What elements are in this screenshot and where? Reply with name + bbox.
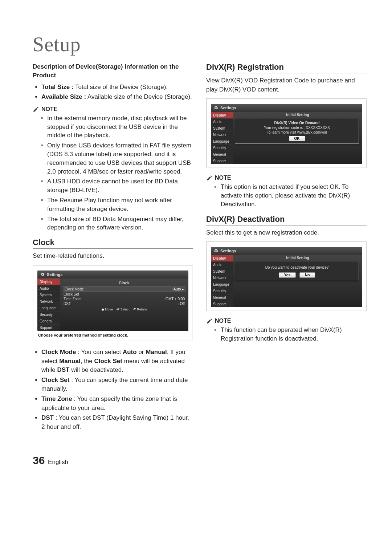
gear-icon xyxy=(214,249,218,253)
text: Available size of the Device (Storage). xyxy=(86,93,192,100)
label-available-size: Available Size : xyxy=(41,93,86,100)
device-info-bullets: Total Size : Total size of the Device (S… xyxy=(33,83,193,102)
note-icon xyxy=(206,175,213,181)
clock-settings-screenshot: Settings Display Audio System Network La… xyxy=(33,265,193,341)
text: Total size of the Device (Storage). xyxy=(73,84,168,90)
nav-system[interactable]: System xyxy=(37,292,60,298)
nav-system[interactable]: System xyxy=(211,268,233,274)
deact-note-list: This function can be operated when DivX(… xyxy=(206,326,367,343)
clock-intro: Set time-related functions. xyxy=(33,252,193,261)
settings-main: Initial Setting DivX(R) Video On Demand … xyxy=(233,112,362,164)
bullet-total-size: Total Size : Total size of the Device (S… xyxy=(41,83,193,92)
nav-security[interactable]: Security xyxy=(37,311,60,318)
note-list: In the external memory mode, disc playba… xyxy=(33,114,193,232)
divx-deactivation-heading: DivX(R) Deactivation xyxy=(206,215,367,225)
note-item: The total size of BD Data Management may… xyxy=(47,215,193,232)
settings-title: Settings xyxy=(220,249,236,253)
nav-network[interactable]: Network xyxy=(37,298,60,305)
yes-button[interactable]: Yes xyxy=(279,272,296,278)
hint-select: Select xyxy=(121,308,130,311)
nav-security[interactable]: Security xyxy=(211,288,233,294)
nav-audio[interactable]: Audio xyxy=(211,118,233,125)
note-item: In the external memory mode, disc playba… xyxy=(47,114,193,140)
label: Clock Set xyxy=(64,292,79,296)
nav-support[interactable]: Support xyxy=(37,324,60,331)
value: : GMT + 0:00 xyxy=(164,297,185,301)
bullet-clock-set: Clock Set : You can specify the current … xyxy=(41,376,193,394)
bullet-time-zone: Time Zone : You can specify the time zon… xyxy=(41,395,193,412)
divx-deactivation-screenshot: Settings Display Audio System Network La… xyxy=(206,241,367,311)
right-column: DivX(R) Registration View DivX(R) VOD Re… xyxy=(206,62,367,436)
label-total-size: Total Size : xyxy=(41,84,73,90)
bullet-clock-mode: Clock Mode : You can select Auto or Manu… xyxy=(41,348,193,375)
nav-display[interactable]: Display xyxy=(211,255,233,261)
page-title: Setup xyxy=(33,33,367,56)
nav-network[interactable]: Network xyxy=(211,274,233,281)
bullet-dst: DST : You can set DST (Daylight Saving T… xyxy=(41,414,193,431)
settings-nav[interactable]: Display Audio System Network Language Se… xyxy=(37,278,60,331)
note-label: NOTE xyxy=(215,318,231,324)
gear-icon xyxy=(40,272,45,277)
gear-icon xyxy=(214,106,218,110)
clock-heading: Clock xyxy=(33,238,193,249)
note-heading: NOTE xyxy=(206,175,367,181)
note-item: This option is not activated if you sele… xyxy=(221,183,367,208)
row-clock-mode[interactable]: Clock Mode : Auto ▸ xyxy=(63,286,185,292)
popup-title: DivX(R) Video On Demand xyxy=(238,121,356,125)
row-clock-set[interactable]: Clock Set xyxy=(63,292,185,297)
popup-link-text: To learn more visit www.divx.com/vod xyxy=(238,130,356,134)
label: DST xyxy=(64,302,71,306)
nav-language[interactable]: Language xyxy=(37,305,60,311)
nav-general[interactable]: General xyxy=(37,318,60,324)
nav-support[interactable]: Support xyxy=(211,158,233,164)
nav-system[interactable]: System xyxy=(211,125,233,131)
nav-display[interactable]: Display xyxy=(211,112,233,118)
nav-display[interactable]: Display xyxy=(37,278,60,285)
nav-network[interactable]: Network xyxy=(211,131,233,138)
settings-header: Settings xyxy=(37,270,188,278)
clock-panel-title: Clock xyxy=(63,280,185,286)
initial-setting-label: Initial Setting xyxy=(236,112,359,118)
note-heading: NOTE xyxy=(206,318,367,324)
settings-main: Clock Clock Mode : Auto ▸ Clock Set Time… xyxy=(60,278,188,331)
page-number: 36 xyxy=(33,454,45,466)
initial-setting-label: Initial Setting xyxy=(236,255,359,261)
note-item: The Resume Play function may not work af… xyxy=(47,196,193,213)
row-time-zone[interactable]: Time Zone : GMT + 0:00 xyxy=(63,297,185,301)
settings-main: Initial Setting Do you want to deactivat… xyxy=(233,255,362,307)
note-item: This function can be operated when DivX(… xyxy=(221,326,367,343)
note-item: Only those USB devices formatted in FAT … xyxy=(47,141,193,176)
note-icon xyxy=(206,318,213,324)
no-button[interactable]: No xyxy=(299,272,315,278)
nav-language[interactable]: Language xyxy=(211,138,233,145)
nav-audio[interactable]: Audio xyxy=(37,285,60,292)
label: Time Zone xyxy=(64,297,81,301)
note-item: A USB HDD device cannot be used for BD D… xyxy=(47,177,193,195)
note-icon xyxy=(33,106,39,113)
settings-nav[interactable]: Display Audio System Network Language Se… xyxy=(211,255,233,307)
note-label: NOTE xyxy=(41,106,57,113)
nav-general[interactable]: General xyxy=(211,294,233,301)
settings-header: Settings xyxy=(211,104,362,112)
popup-code: Your registration code is : XXXXXXXXXX xyxy=(238,126,356,130)
page-footer: 36 English xyxy=(33,454,367,467)
nav-audio[interactable]: Audio xyxy=(211,261,233,268)
clock-panel-caption: Choose your preferred method of setting … xyxy=(37,331,188,337)
ok-button[interactable]: OK xyxy=(289,136,305,141)
hint-move: Move xyxy=(105,308,113,311)
divx-registration-screenshot: Settings Display Audio System Network La… xyxy=(206,98,367,168)
row-dst[interactable]: DST : Off xyxy=(63,301,185,306)
hint-return: Return xyxy=(137,308,147,311)
page-lang: English xyxy=(48,459,68,465)
nav-support[interactable]: Support xyxy=(211,301,233,307)
divx-registration-popup: DivX(R) Video On Demand Your registratio… xyxy=(235,119,359,144)
nav-language[interactable]: Language xyxy=(211,281,233,288)
label: Clock Mode xyxy=(65,287,84,291)
nav-general[interactable]: General xyxy=(211,151,233,158)
value: : Auto xyxy=(172,287,181,291)
bullet-available-size: Available Size : Available size of the D… xyxy=(41,93,193,102)
nav-security[interactable]: Security xyxy=(211,145,233,151)
settings-nav[interactable]: Display Audio System Network Language Se… xyxy=(211,112,233,164)
device-info-heading: Description of Device(Storage) Informati… xyxy=(33,62,193,80)
divx-registration-intro: View DivX(R) VOD Registration Code to pu… xyxy=(206,76,367,94)
